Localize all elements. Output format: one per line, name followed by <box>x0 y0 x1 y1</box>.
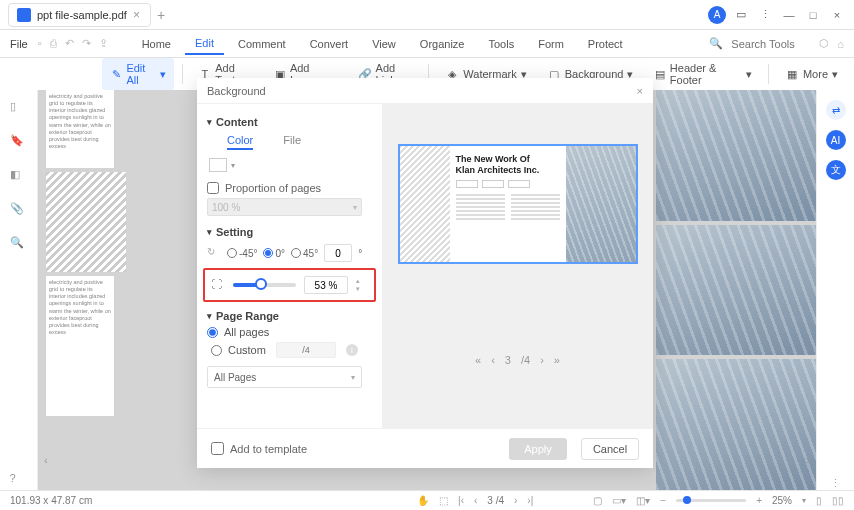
scale-stepper[interactable]: ▴▾ <box>356 277 368 293</box>
rotate-0[interactable]: 0° <box>263 248 285 259</box>
scale-row: ⛶ ▴▾ <box>203 268 376 302</box>
continuous-icon[interactable]: ▯▯ <box>832 495 844 506</box>
pdf-icon <box>17 8 31 22</box>
menu-home[interactable]: Home <box>132 34 181 54</box>
redo-icon[interactable]: ↷ <box>82 37 91 50</box>
layers-icon[interactable]: ◧ <box>10 168 28 186</box>
page-range-select[interactable]: All Pages▾ <box>207 366 362 388</box>
search-input[interactable] <box>731 38 811 50</box>
edit-all-button[interactable]: ✎ Edit All ▾ <box>102 58 174 90</box>
sidebar-settings-icon[interactable]: ⋮ <box>830 477 841 490</box>
custom-radio[interactable]: Custom <box>211 344 266 356</box>
close-icon[interactable]: × <box>133 8 140 22</box>
cursor-coords: 101.93 x 47.87 cm <box>10 495 92 506</box>
menu-tools[interactable]: Tools <box>478 34 524 54</box>
more-label: More <box>803 68 828 80</box>
next-page-icon[interactable]: › <box>514 495 517 506</box>
share-icon[interactable]: ⇪ <box>99 37 108 50</box>
ai-icon[interactable]: AI <box>826 130 846 150</box>
scale-slider[interactable] <box>233 283 296 287</box>
proportion-label: Proportion of pages <box>225 182 321 194</box>
single-page-icon[interactable]: ▯ <box>816 495 822 506</box>
help-icon[interactable]: ? <box>10 472 28 490</box>
close-window-icon[interactable]: × <box>828 6 846 24</box>
zoom-slider[interactable] <box>676 499 746 502</box>
scroll-left-icon[interactable]: ‹ <box>44 454 48 466</box>
prev-page-icon[interactable]: ‹ <box>474 495 477 506</box>
copilot-icon[interactable]: ⇄ <box>826 100 846 120</box>
notes-icon[interactable]: ▭ <box>732 6 750 24</box>
zoom-out-icon[interactable]: − <box>660 495 666 506</box>
scroll-right-icon[interactable]: › <box>806 454 810 466</box>
menu-protect[interactable]: Protect <box>578 34 633 54</box>
rotation-custom-input[interactable] <box>324 244 352 262</box>
maximize-icon[interactable]: □ <box>804 6 822 24</box>
first-page-icon[interactable]: « <box>475 354 481 366</box>
all-pages-radio[interactable]: All pages <box>207 326 372 338</box>
view-mode-icon[interactable]: ◫▾ <box>636 495 650 506</box>
menu-convert[interactable]: Convert <box>300 34 359 54</box>
minimize-icon[interactable]: — <box>780 6 798 24</box>
page-indicator[interactable]: 3 /4 <box>487 495 504 506</box>
zoom-in-icon[interactable]: + <box>756 495 762 506</box>
dialog-footer: Add to template Apply Cancel <box>197 428 653 468</box>
menu-comment[interactable]: Comment <box>228 34 296 54</box>
rotate-neg45[interactable]: -45° <box>227 248 257 259</box>
cancel-button[interactable]: Cancel <box>581 438 639 460</box>
hand-tool-icon[interactable]: ✋ <box>417 495 429 506</box>
save-icon[interactable]: ▫ <box>38 37 42 50</box>
chevron-down-icon: ▾ <box>832 68 838 81</box>
scale-value-input[interactable] <box>304 276 348 294</box>
user-avatar[interactable]: A <box>708 6 726 24</box>
preview-image-right <box>566 146 636 262</box>
translate-icon[interactable]: 文 <box>826 160 846 180</box>
page-thumb: electricity and positive grid to regulat… <box>46 90 114 168</box>
print-icon[interactable]: ⎙ <box>50 37 57 50</box>
select-tool-icon[interactable]: ⬚ <box>439 495 448 506</box>
rotate-45[interactable]: 45° <box>291 248 318 259</box>
color-picker[interactable]: ▾ <box>209 158 372 172</box>
document-tab[interactable]: ppt file-sample.pdf × <box>8 3 151 27</box>
cloud-icon[interactable]: ⬡ <box>819 37 829 50</box>
file-tab[interactable]: File <box>283 134 301 150</box>
kebab-icon[interactable]: ⋮ <box>756 6 774 24</box>
preview-page: The New Work Of Klan Architects Inc. <box>398 144 638 264</box>
dialog-close-icon[interactable]: × <box>637 85 643 97</box>
first-page-icon[interactable]: |‹ <box>458 495 464 506</box>
next-page-icon[interactable]: › <box>540 354 544 366</box>
undo-icon[interactable]: ↶ <box>65 37 74 50</box>
prev-page-icon[interactable]: ‹ <box>491 354 495 366</box>
preview-pager: « ‹ 3/4 › » <box>475 354 560 366</box>
apply-button[interactable]: Apply <box>509 438 567 460</box>
color-tab[interactable]: Color <box>227 134 253 150</box>
file-menu[interactable]: File <box>10 38 34 50</box>
setting-section-header[interactable]: Setting <box>207 226 372 238</box>
menu-organize[interactable]: Organize <box>410 34 475 54</box>
menu-view[interactable]: View <box>362 34 406 54</box>
info-icon[interactable]: i <box>346 344 358 356</box>
thumbnail-icon[interactable]: ▯ <box>10 100 28 118</box>
add-tab-button[interactable]: + <box>157 7 165 23</box>
page-range-header[interactable]: Page Range <box>207 310 372 322</box>
fit-width-icon[interactable]: ▭▾ <box>612 495 626 506</box>
menu-form[interactable]: Form <box>528 34 574 54</box>
search-icon: 🔍 <box>709 37 723 50</box>
more-button[interactable]: ▦ More ▾ <box>777 63 846 85</box>
proportion-checkbox[interactable] <box>207 182 219 194</box>
last-page-icon[interactable]: » <box>554 354 560 366</box>
zoom-value[interactable]: 25% <box>772 495 792 506</box>
add-to-template-checkbox[interactable]: Add to template <box>211 442 307 455</box>
attachment-icon[interactable]: 📎 <box>10 202 28 220</box>
custom-range-input[interactable] <box>276 342 336 358</box>
search-panel-icon[interactable]: 🔍 <box>10 236 28 254</box>
page-thumb-image <box>46 172 126 272</box>
bookmark-icon[interactable]: 🔖 <box>10 134 28 152</box>
left-sidebar: ▯ 🔖 ◧ 📎 🔍 ? <box>0 90 38 490</box>
content-section-header[interactable]: Content <box>207 116 372 128</box>
fit-page-icon[interactable]: ▢ <box>593 495 602 506</box>
slider-thumb[interactable] <box>255 278 267 290</box>
last-page-icon[interactable]: ›| <box>527 495 533 506</box>
header-footer-button[interactable]: ▤ Header & Footer ▾ <box>645 58 760 90</box>
menu-edit[interactable]: Edit <box>185 33 224 55</box>
home-icon[interactable]: ⌂ <box>837 38 844 50</box>
